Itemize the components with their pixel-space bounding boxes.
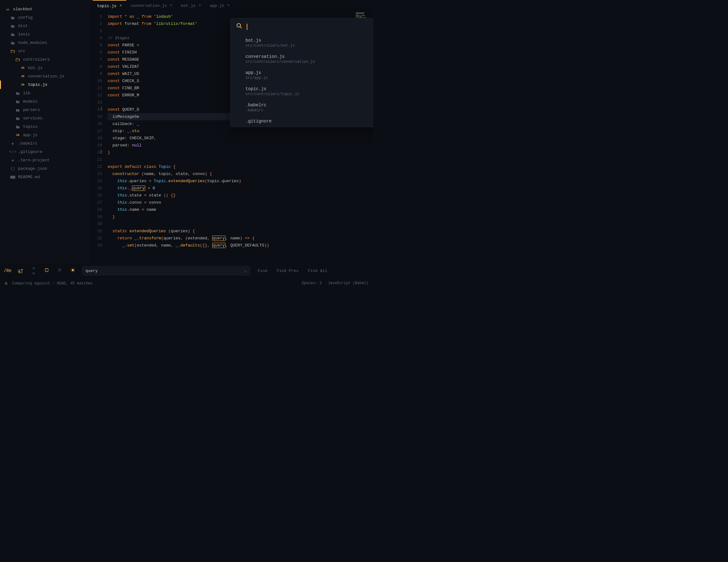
tree-item-label: .babelrc [18,141,37,146]
tab-label: app.js [210,3,224,8]
tree-item-label: lexic [18,32,30,37]
tree-item-controllers[interactable]: controllers [0,55,90,64]
gutter: 1234567891011121314151617181920212223242… [90,11,106,263]
tree-item--babelrc[interactable]: ✱.babelrc [0,139,90,148]
tree-item-conversation-js[interactable]: JSconversation.js [0,72,90,81]
tree-item-src[interactable]: src [0,47,90,55]
palette-item-app-js[interactable]: app.jssrc/app.js [231,67,373,83]
tree-item-models[interactable]: models [0,97,90,106]
folder-icon [10,16,16,19]
folder-open-icon: ▭ [5,7,11,12]
tree-item-label: app.js [23,133,38,137]
close-icon[interactable]: × [119,4,122,8]
svg-rect-3 [45,269,48,272]
js-file-icon: JS [20,75,26,78]
tree-item-topics[interactable]: topics [0,123,90,131]
find-button[interactable]: Find [256,269,269,273]
tree-item-label: node_modules [18,40,47,45]
tree-item-topic-js[interactable]: JStopic.js [0,81,90,89]
find-prev-button[interactable]: Find Prev [275,269,300,273]
regex-icon[interactable]: /Re [4,268,11,273]
tree-item-dist[interactable]: dist [0,22,90,30]
command-palette-input[interactable] [231,18,373,35]
braces-icon: {} [10,166,16,171]
tree-item--tern-project[interactable]: ✱.tern-project [0,156,90,165]
palette-item-path: .babelrc [245,108,373,113]
close-icon[interactable]: × [199,3,201,8]
tree-item-app-js[interactable]: JSapp.js [0,131,90,139]
tree-item-label: topics [23,124,38,129]
js-file-icon: JS [15,134,21,137]
tree-item-lexic[interactable]: lexic [0,30,90,39]
tab-label: topic.js [97,4,116,8]
svg-line-2 [240,27,242,28]
asterisk-icon: ✱ [10,158,16,163]
tree-item-services[interactable]: services [0,114,90,123]
palette-item-conversation-js[interactable]: conversation.jssrc/controllers/conversat… [231,51,373,67]
palette-item-title: bot.js [245,38,373,43]
tree-item-label: src [18,49,25,53]
palette-item-path: src/app.js [245,76,373,80]
svg-point-7 [72,269,73,271]
palette-item-topic-js[interactable]: topic.jssrc/controllers/topic.js [231,83,373,100]
tree-item-lib[interactable]: lib [0,89,90,97]
folder-icon [10,33,16,36]
tab-topic-js[interactable]: topic.js× [93,0,126,11]
tree-root[interactable]: ▭ slackbot [0,5,90,13]
status-bar: ▥ Comparing against : HEAD, 45 matches S… [0,278,373,288]
find-input-value: query [86,269,98,273]
tree-item-bot-js[interactable]: JSbot.js [0,64,90,72]
command-palette[interactable]: bot.jssrc/controllers/bot.jsconversation… [230,18,373,127]
word-icon[interactable]: « » [30,266,37,276]
tab-app-js[interactable]: app.js× [205,0,234,11]
folder-open-icon [10,49,16,53]
chevron-down-icon[interactable]: ⌄ [244,268,247,273]
tree-item-package-json[interactable]: {}package.json [0,165,90,173]
file-tree[interactable]: ▭ slackbot configdistlexicnode_modulessr… [0,0,90,263]
tree-item-README-md[interactable]: README.md [0,173,90,181]
close-icon[interactable]: × [227,3,230,8]
editor-tabs: topic.js×conversation.js×bot.js×app.js× [90,0,373,11]
palette-item--gitignore[interactable]: .gitignore [231,116,373,127]
tree-item-label: models [23,99,38,104]
find-all-button[interactable]: Find All [306,269,329,273]
js-file-icon: JS [20,83,26,86]
tree-item-parsers[interactable]: parsers [0,106,90,114]
tree-item-label: bot.js [28,66,43,70]
md-icon [10,176,16,179]
status-spaces[interactable]: Spaces: 2 [302,281,322,285]
tree-item-config[interactable]: config [0,13,90,22]
tree-item-label: package.json [18,166,47,171]
palette-item--babelrc[interactable]: .babelrc.babelrc [231,100,373,116]
tree-item-label: .gitignore [18,150,42,154]
panel-icon[interactable]: ▥ [5,281,7,285]
tree-item-label: conversation.js [28,74,64,79]
tree-item-label: controllers [23,57,50,62]
folder-icon [15,125,21,128]
folder-icon [15,100,21,103]
text-cursor [247,24,247,30]
tab-bot-js[interactable]: bot.js× [177,0,205,11]
case-icon[interactable]: a͟T [17,268,24,274]
palette-item-bot-js[interactable]: bot.jssrc/controllers/bot.js [231,35,373,51]
palette-item-path: src/controllers/bot.js [245,44,373,48]
code-icon: </> [10,150,16,154]
find-input[interactable]: query ⌄ [82,266,250,276]
folder-icon [10,41,16,44]
tree-item--gitignore[interactable]: </>.gitignore [0,148,90,156]
wrap-icon[interactable] [56,268,63,274]
tree-item-label: .tern-project [18,158,49,163]
command-palette-results: bot.jssrc/controllers/bot.jsconversation… [231,35,373,127]
folder-icon [15,108,21,112]
status-lang[interactable]: JavaScript (Babel) [328,281,368,285]
highlight-icon[interactable] [69,268,77,274]
tree-item-node-modules[interactable]: node_modules [0,39,90,47]
tab-conversation-js[interactable]: conversation.js× [126,0,177,11]
js-file-icon: JS [20,67,26,70]
selection-icon[interactable] [43,268,50,274]
palette-item-title: .gitignore [245,119,373,124]
asterisk-icon: ✱ [10,141,16,146]
close-icon[interactable]: × [170,3,172,8]
tree-item-label: topic.js [28,82,47,87]
tab-label: bot.js [181,3,196,8]
